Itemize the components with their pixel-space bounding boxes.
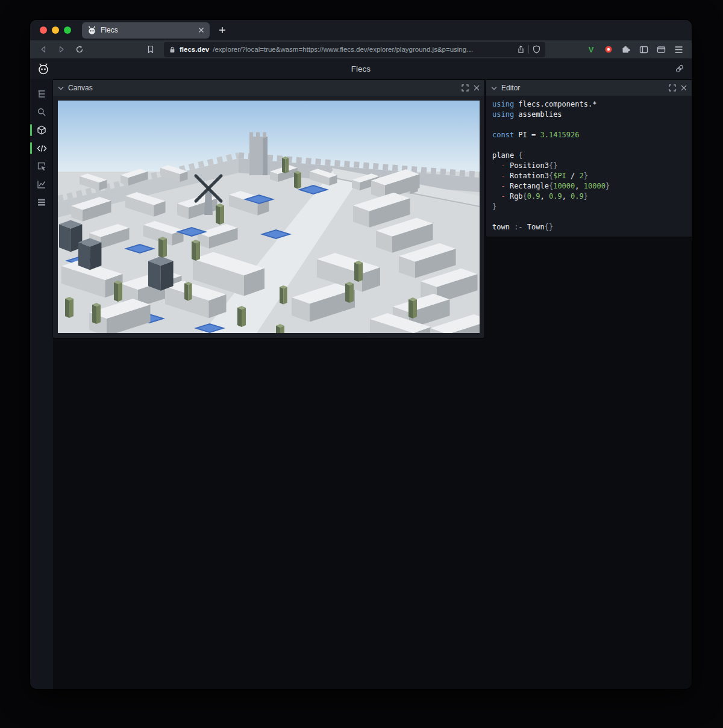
flecs-explorer-page: Flecs [30, 58, 692, 689]
close-editor-button[interactable] [681, 85, 687, 91]
permalink-button[interactable] [675, 64, 684, 73]
sidebar-item-tree[interactable] [33, 85, 51, 103]
plus-icon [219, 26, 226, 34]
url-domain: flecs.dev [180, 46, 209, 53]
browser-window: Flecs [30, 20, 692, 689]
wallet-button[interactable] [654, 42, 668, 57]
close-window-button[interactable] [40, 26, 47, 34]
canvas-panel-body [53, 96, 484, 338]
canvas-panel-header: Canvas [53, 80, 484, 96]
vimium-v-icon: V [589, 45, 594, 54]
sidebar-item-stats[interactable] [33, 175, 51, 193]
record-icon [604, 45, 613, 54]
canvas-panel: Canvas [53, 80, 484, 338]
reload-button[interactable] [72, 42, 87, 57]
forward-button[interactable] [54, 42, 69, 57]
lock-icon [169, 46, 176, 54]
puzzle-icon [621, 45, 631, 54]
rows-icon [37, 198, 46, 207]
sidebar-item-rows[interactable] [33, 193, 51, 211]
url-path: /explorer/?local=true&wasm=https://www.f… [213, 46, 513, 53]
sidebar-item-search[interactable] [33, 103, 51, 121]
shield-button[interactable] [533, 45, 540, 54]
page-body: Canvas [30, 79, 692, 689]
wallet-icon [657, 45, 666, 54]
page-title: Flecs [30, 64, 692, 73]
editor-panel-title: Editor [501, 84, 520, 92]
expand-editor-button[interactable] [669, 84, 676, 92]
sidebar-toggle-button[interactable] [636, 42, 651, 57]
extensions-button[interactable] [619, 42, 633, 57]
vimium-extension-button[interactable]: V [584, 42, 598, 57]
forward-icon [57, 45, 66, 54]
toolbar-extensions: V [584, 42, 686, 57]
editor-panel: Editor [486, 80, 692, 237]
tab-bar: Flecs [30, 20, 692, 40]
recorder-extension-button[interactable] [601, 42, 616, 57]
workspace: Canvas [53, 79, 692, 689]
browser-tab[interactable]: Flecs [82, 22, 210, 39]
app-header: Flecs [30, 58, 692, 79]
close-icon [681, 85, 687, 91]
back-icon [39, 45, 48, 54]
fullscreen-icon [669, 84, 676, 92]
reload-icon [75, 45, 84, 54]
minimize-window-button[interactable] [52, 26, 59, 34]
cube-icon [37, 125, 46, 135]
share-button[interactable] [517, 45, 525, 54]
sidebar-icon [639, 45, 648, 54]
scene-3d-render[interactable] [58, 101, 480, 333]
collapse-editor-button[interactable] [491, 86, 497, 90]
code-icon [37, 144, 47, 153]
sidebar-item-editor[interactable] [33, 139, 51, 157]
hamburger-icon [674, 46, 683, 54]
bookmark-icon [146, 45, 155, 54]
navigation-toolbar: flecs.dev /explorer/?local=true&wasm=htt… [30, 40, 692, 58]
sidebar-item-entities[interactable] [33, 121, 51, 139]
chart-icon [37, 179, 46, 189]
fullscreen-icon [462, 84, 469, 92]
divider [528, 45, 529, 54]
canvas-panel-title: Canvas [68, 84, 93, 92]
tree-icon [37, 89, 46, 99]
chevron-down-icon [491, 86, 497, 90]
zoom-window-button[interactable] [64, 26, 71, 34]
inspector-icon [37, 161, 46, 171]
expand-canvas-button[interactable] [462, 84, 469, 92]
share-icon [517, 45, 525, 54]
sidebar-item-inspector[interactable] [33, 157, 51, 175]
url-bar[interactable]: flecs.dev /explorer/?local=true&wasm=htt… [164, 42, 545, 57]
editor-code[interactable]: using flecs.components.*using assemblies… [486, 96, 692, 237]
editor-panel-header: Editor [486, 80, 692, 96]
new-tab-button[interactable] [214, 22, 230, 38]
icon-rail [30, 79, 53, 689]
search-icon [37, 107, 46, 117]
close-icon [198, 27, 204, 33]
tab-close-button[interactable] [198, 27, 204, 33]
back-button[interactable] [36, 42, 51, 57]
bookmark-button[interactable] [143, 42, 158, 57]
collapse-canvas-button[interactable] [58, 86, 64, 90]
close-canvas-button[interactable] [474, 85, 480, 91]
shield-icon [533, 45, 540, 54]
window-controls [30, 26, 78, 34]
menu-button[interactable] [671, 42, 686, 57]
link-icon [675, 64, 684, 73]
chevron-down-icon [58, 86, 64, 90]
tab-title: Flecs [101, 26, 194, 34]
close-icon [474, 85, 480, 91]
flecs-favicon-icon [87, 26, 96, 35]
